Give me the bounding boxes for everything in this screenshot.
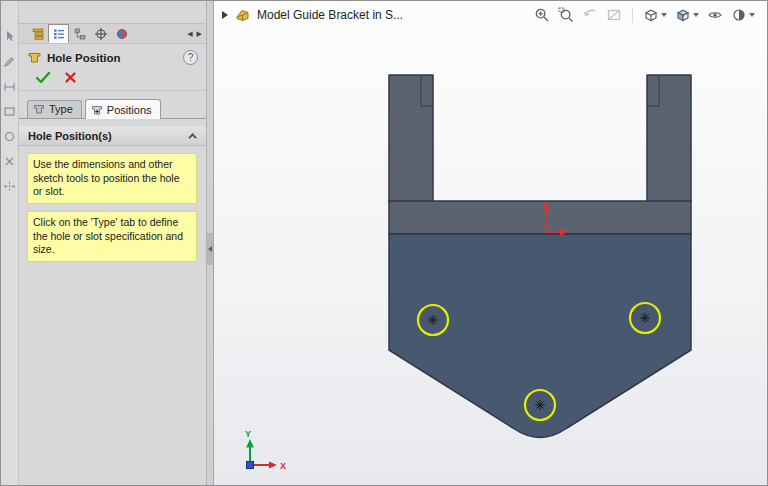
heads-up-toolbar (534, 7, 755, 23)
zoom-to-area-icon (558, 7, 574, 23)
triad-x-label: X (280, 461, 286, 471)
info-message-2: Click on the 'Type' tab to define the ho… (27, 211, 197, 262)
caret-down-icon (693, 13, 699, 17)
triad-z-marker (247, 462, 254, 469)
trim-tool-icon[interactable] (3, 154, 17, 168)
model-scene: Y X (214, 1, 768, 486)
configurationmanager-tab[interactable] (69, 24, 90, 43)
previous-view-icon (582, 7, 598, 23)
collapse-chevron-icon (188, 133, 196, 141)
dimxpertmanager-tab[interactable] (90, 24, 111, 43)
viewport-top-bar: Model Guide Bracket in S... (214, 1, 767, 29)
mirror-tool-icon[interactable] (3, 179, 17, 193)
panel-collapse-handle[interactable] (207, 233, 213, 265)
smart-dimension-icon[interactable] (3, 79, 17, 93)
group-title: Hole Position(s) (28, 130, 112, 142)
help-button[interactable]: ? (183, 50, 198, 65)
scissors-icon (3, 155, 16, 168)
positions-tab-icon (91, 104, 103, 116)
mirror-icon (3, 180, 16, 193)
displaymanager-tab[interactable] (111, 24, 132, 43)
type-tab-icon (33, 103, 45, 115)
scroll-left-icon[interactable]: ◀ (187, 30, 192, 38)
tab-type-label: Type (49, 103, 73, 115)
model-guide-bracket[interactable] (389, 75, 691, 438)
help-glyph: ? (188, 52, 194, 63)
ok-button[interactable] (35, 70, 51, 85)
rectangle-tool-icon[interactable] (3, 104, 17, 118)
rectangle-icon (3, 105, 16, 118)
select-tool-icon[interactable] (3, 29, 17, 43)
previous-view-button[interactable] (582, 7, 598, 23)
hide-show-items-button[interactable] (707, 7, 723, 23)
circle-tool-icon[interactable] (3, 129, 17, 143)
tab-positions[interactable]: Positions (85, 99, 161, 119)
collapse-arrow-icon (208, 246, 212, 252)
section-view-button[interactable] (606, 7, 622, 23)
caret-down-icon (661, 13, 667, 17)
breadcrumb-label[interactable]: Model Guide Bracket in S... (257, 8, 403, 22)
sketch-tool-icon[interactable] (3, 54, 17, 68)
manager-tab-scroll: ◀ ▶ (187, 30, 202, 38)
orientation-triad: Y X (245, 429, 286, 471)
hide-show-items-icon (707, 7, 723, 23)
view-orientation-icon (643, 7, 659, 23)
part-icon (235, 8, 250, 22)
display-style-icon (675, 7, 691, 23)
left-toolbar (1, 1, 19, 485)
dimension-icon (3, 80, 16, 93)
apply-scene-icon (731, 7, 747, 23)
property-manager-body: Hole Position(s) Use the dimensions and … (19, 126, 206, 262)
pencil-icon (3, 55, 16, 68)
zoom-to-fit-icon (534, 7, 550, 23)
tab-positions-label: Positions (107, 104, 152, 116)
property-manager-actions (19, 67, 206, 91)
manager-tab-bar: ◀ ▶ (19, 23, 206, 44)
propertymanager-icon (52, 27, 66, 41)
propertymanager-tab[interactable] (48, 24, 69, 43)
featuremanager-tree-tab[interactable] (27, 24, 48, 43)
circle-icon (3, 130, 16, 143)
toolbar-separator (632, 8, 633, 23)
displaymanager-icon (115, 27, 129, 41)
zoom-to-fit-button[interactable] (534, 7, 550, 23)
solidworks-window: ◀ ▶ Hole Position ? Type Positions (0, 0, 768, 486)
apply-scene-button[interactable] (731, 7, 755, 23)
zoom-to-area-button[interactable] (558, 7, 574, 23)
caret-down-icon (749, 13, 755, 17)
hole-wizard-tabs: Type Positions (19, 91, 206, 119)
triad-y-label: Y (245, 429, 251, 439)
graphics-viewport[interactable]: Y X Model Guide Bracket in S... (214, 1, 767, 485)
expand-tree-icon[interactable] (222, 11, 228, 19)
cancel-button[interactable] (64, 71, 77, 84)
page-title: Hole Position (47, 52, 120, 64)
breadcrumb: Model Guide Bracket in S... (222, 8, 403, 22)
hole-positions-group-header[interactable]: Hole Position(s) (19, 126, 206, 146)
info-message-1: Use the dimensions and other sketch tool… (27, 153, 197, 204)
configurationmanager-icon (73, 27, 87, 41)
property-manager-panel: ◀ ▶ Hole Position ? Type Positions (19, 1, 206, 485)
display-style-button[interactable] (675, 7, 699, 23)
panel-splitter[interactable] (206, 1, 214, 485)
hole-position-icon (27, 50, 42, 65)
cursor-icon (3, 30, 16, 43)
scroll-right-icon[interactable]: ▶ (197, 30, 202, 38)
property-manager-header: Hole Position ? (19, 44, 206, 67)
dimxpertmanager-icon (94, 27, 108, 41)
view-orientation-button[interactable] (643, 7, 667, 23)
featuremanager-tree-icon (31, 27, 45, 41)
section-view-icon (606, 7, 622, 23)
tab-type[interactable]: Type (27, 100, 82, 118)
